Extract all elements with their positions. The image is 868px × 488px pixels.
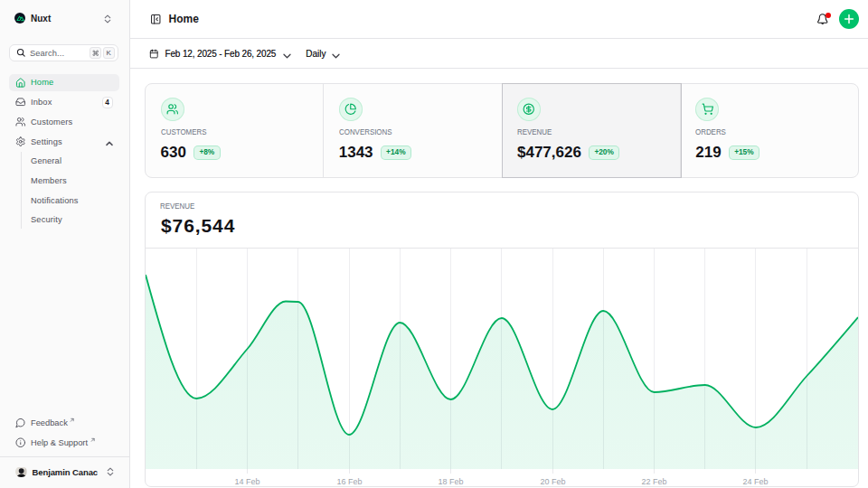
svg-text:16 Feb: 16 Feb bbox=[336, 476, 362, 485]
svg-text:20 Feb: 20 Feb bbox=[540, 476, 565, 485]
svg-text:18 Feb: 18 Feb bbox=[438, 476, 463, 485]
svg-text:14 Feb: 14 Feb bbox=[234, 476, 259, 485]
svg-text:24 Feb: 24 Feb bbox=[742, 476, 768, 485]
svg-text:22 Feb: 22 Feb bbox=[641, 476, 666, 485]
